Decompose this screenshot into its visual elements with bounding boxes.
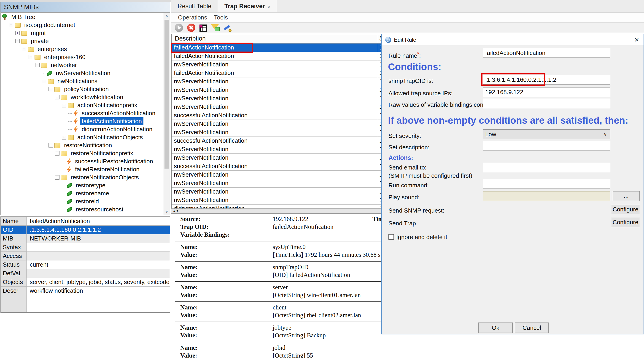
property-row[interactable]: Access [1, 252, 170, 260]
tree-connector [62, 193, 65, 194]
tree-item[interactable]: −restoreNotificationObjects [1, 173, 164, 182]
tree-expander-minus-icon[interactable]: − [15, 39, 20, 43]
tree-item[interactable]: restoresourcehost [1, 206, 164, 214]
tree-expander-minus-icon[interactable]: − [22, 47, 26, 51]
tree-item[interactable]: didnotrunActionNotification [1, 125, 164, 133]
filter-icon[interactable] [211, 24, 219, 32]
rule-name-value: failedActionNotification [485, 50, 546, 56]
folder-icon [21, 31, 27, 36]
property-row[interactable]: MIBNETWORKER-MIB [1, 234, 170, 243]
send-email-input[interactable] [483, 163, 610, 172]
ok-button[interactable]: Ok [478, 322, 513, 333]
leaf-icon [67, 199, 72, 204]
tree-item[interactable]: failedActionNotification [1, 117, 164, 125]
tree-expander-minus-icon[interactable]: − [55, 175, 60, 180]
tree-expander-minus-icon[interactable]: − [55, 95, 60, 99]
tree-item[interactable]: MIB Tree [1, 13, 164, 21]
tree-item[interactable]: −networker [1, 61, 164, 69]
severity-dropdown[interactable]: Low ∨ [483, 129, 610, 139]
cancel-button[interactable]: Cancel [515, 322, 549, 333]
stop-icon[interactable] [187, 24, 195, 32]
actions-heading: Actions: [388, 154, 413, 161]
tree-expander-minus-icon[interactable]: − [55, 151, 60, 155]
tree-expander-plus-icon[interactable]: + [62, 135, 66, 139]
scroll-down-icon[interactable]: ∨ [164, 209, 170, 215]
tree-item[interactable]: −workflowNotification [1, 93, 164, 101]
tree-item[interactable]: restoredestinationhost [1, 214, 164, 215]
tree-expander-minus-icon[interactable]: − [9, 23, 13, 27]
tree-item[interactable]: −iso.org.dod.internet [1, 21, 164, 29]
property-row[interactable]: Statuscurrent [1, 260, 170, 269]
row-description: failedActionNotification [172, 69, 378, 77]
tree-expander-minus-icon[interactable]: − [48, 143, 53, 147]
tree-expander-minus-icon[interactable]: − [62, 103, 66, 107]
tree-connector [62, 185, 65, 186]
tree-item[interactable]: −enterprises-160 [1, 53, 164, 61]
tree-item[interactable]: −restoreNotification [1, 141, 164, 149]
tree-item-label: enterprises-160 [42, 53, 87, 61]
tree-item[interactable]: successfulRestoreNotification [1, 157, 164, 165]
menu-operations[interactable]: Operations [178, 14, 207, 21]
dialog-close-icon[interactable]: × [634, 34, 639, 45]
tree-connector [68, 113, 72, 114]
tree-item[interactable]: −actionNotificationprefix [1, 101, 164, 109]
tree-expander-plus-icon[interactable]: + [15, 31, 20, 35]
property-label: Access [1, 252, 26, 260]
property-row[interactable]: Descrworkflow notification [1, 287, 170, 312]
folder-icon [61, 95, 67, 100]
property-label: OID [1, 226, 26, 234]
tree-expander-minus-icon[interactable]: − [42, 79, 46, 83]
tab-trap-receiver[interactable]: Trap Receiver× [218, 0, 277, 12]
row-description: successfulActionNotification [172, 111, 378, 120]
tree-item[interactable]: successfulActionNotification [1, 109, 164, 117]
rule-name-input[interactable]: failedActionNotification [483, 48, 610, 58]
set-description-input[interactable] [483, 141, 610, 150]
tree-item[interactable]: failedRestoreNotification [1, 165, 164, 173]
tree-item[interactable]: restoretype [1, 182, 164, 190]
tree-expander-minus-icon[interactable]: − [48, 87, 53, 91]
tree-expander-minus-icon[interactable]: − [28, 55, 33, 59]
browse-button[interactable]: ... [613, 191, 640, 201]
clear-table-icon[interactable] [200, 25, 207, 32]
play-sound-input[interactable] [483, 191, 610, 201]
scroll-up-icon[interactable]: ∧ [164, 13, 170, 19]
ignore-checkbox[interactable] [388, 234, 394, 240]
property-row[interactable]: NamefailedActionNotification [1, 217, 170, 226]
rule-name-label: Rule name*: [388, 51, 421, 59]
tree-connector [62, 201, 65, 202]
tree-item[interactable]: −enterprises [1, 45, 164, 53]
tree-item[interactable]: −policyNotification [1, 85, 164, 93]
tree-expander-minus-icon[interactable]: − [35, 63, 40, 67]
property-row[interactable]: Objectsserver, client, jobtype, jobid, s… [1, 278, 170, 287]
property-row[interactable]: Syntax [1, 243, 170, 252]
tree-scrollbar[interactable]: ∧ ∨ [164, 13, 170, 215]
tab-result-table[interactable]: Result Table [171, 0, 218, 12]
tab-close-icon[interactable]: × [268, 4, 270, 9]
configure-snmp-button[interactable]: Configure [611, 205, 640, 214]
leaf-icon [67, 191, 72, 196]
property-row[interactable]: DefVal [1, 269, 170, 278]
binding-name-label: Name: [180, 344, 198, 351]
dialog-titlebar[interactable]: Edit Rule × [382, 34, 644, 45]
play-icon[interactable] [175, 24, 183, 32]
menu-tools[interactable]: Tools [214, 14, 228, 21]
property-row[interactable]: OID.1.3.6.1.4.1.160.0.2.1.1.1.2 [1, 226, 170, 234]
tree-item[interactable]: restoreid [1, 198, 164, 206]
tree-item[interactable]: +actionNotificationObjects [1, 133, 164, 141]
folder-icon [54, 143, 60, 148]
snmptrapoid-input[interactable]: .1.3.6.1.4.1.160.0.2.1.1.1.2 [483, 75, 610, 85]
scrollbar-thumb[interactable] [164, 20, 169, 168]
run-command-input[interactable] [483, 179, 610, 189]
tree-item[interactable]: −restoreNotificationprefix [1, 149, 164, 157]
tree-connector [68, 129, 72, 130]
tree-item[interactable]: −private [1, 37, 164, 45]
tree-item[interactable]: restorename [1, 190, 164, 198]
header-description[interactable]: Description [172, 34, 378, 43]
settings-icon[interactable] [223, 24, 232, 32]
configure-trap-button[interactable]: Configure [611, 218, 640, 227]
tree-item[interactable]: nwServerNotification [1, 69, 164, 77]
tree-item[interactable]: −nwNotifications [1, 77, 164, 85]
allowed-ips-input[interactable]: 192.168.9.122 [483, 87, 610, 97]
tree-item[interactable]: +mgmt [1, 29, 164, 37]
raw-values-input[interactable] [483, 99, 610, 108]
